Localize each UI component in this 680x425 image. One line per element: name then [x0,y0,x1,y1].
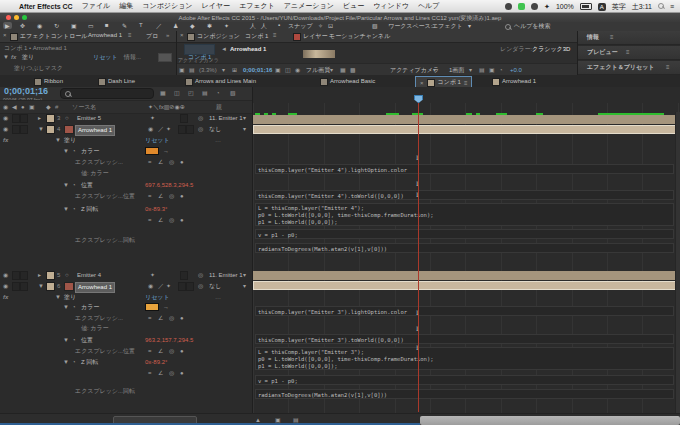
input-mode-label[interactable]: 英字 [612,2,626,12]
expression-code[interactable]: thisComp.layer("Emitter 4").lightOption.… [258,166,407,174]
comp-nav-layer[interactable]: Arrowhead 1 [230,45,266,53]
tab-arrowhead-1[interactable]: Arrowhead 1 [502,78,536,84]
effect-row-fill[interactable]: fx ▼ 塗り リセット … [0,292,252,302]
exposure-value[interactable]: +0.0 [510,66,522,74]
tab-composition-name[interactable]: コンポ 1 [245,32,268,41]
expression-menu-icon[interactable]: ● [180,192,184,200]
fill-mask-label[interactable]: 塗りつぶしマスク [14,64,63,72]
twirl-icon[interactable]: ▼ [63,336,69,344]
expression-menu-icon[interactable]: ● [180,347,184,355]
quality-switch-icon[interactable]: ✦ [150,271,155,279]
layout-chevron-icon[interactable]: ▾ [469,66,472,74]
menu-file[interactable]: ファイル [82,1,111,11]
layer-bar-emitter-4[interactable] [253,271,680,280]
draft-3d-icon[interactable]: ◫ [174,89,180,97]
line-app-icon[interactable] [518,3,525,10]
layer-color-swatch[interactable] [46,125,55,134]
expression-code[interactable]: thisComp.layer("Emitter 3").toWorld([0,0… [258,336,404,344]
selection-tool[interactable]: ▶ [3,22,12,29]
expression-graph-icon[interactable]: ∠ [158,369,163,377]
stopwatch-icon[interactable]: ◔ [72,147,76,155]
fx-switch-icon[interactable]: ✦ [166,125,171,133]
info-panel-header[interactable]: 情報 ≡ [578,31,680,45]
parent-value[interactable]: 11. Emitter 1 [209,114,243,122]
expression-graph-icon[interactable]: ∠ [158,192,163,200]
tab-dash-line[interactable]: Dash Line [108,78,135,84]
layer-name[interactable]: Emitter 4 [77,271,101,279]
color-swatch[interactable] [145,303,159,311]
expression-enable-icon[interactable]: = [148,158,152,166]
comp-viewer-thumbnail[interactable] [303,50,335,58]
menu-composition[interactable]: コンポジション [142,1,192,11]
expression-enable-icon[interactable]: = [148,347,152,355]
help-search-icon[interactable] [505,24,511,30]
always-preview-icon[interactable]: ▣ [179,66,185,74]
property-row-position[interactable]: ▼ ◔ 位置 697.6,528.3,294.5 [0,180,252,190]
collapse-icon[interactable]: ▼ [38,282,44,290]
view-layout-value[interactable]: 1画面 [449,66,464,74]
menu-layer[interactable]: レイヤー [202,1,231,11]
expression-pickwhip-icon[interactable]: ◎ [169,192,174,200]
expression-pickwhip-icon[interactable]: ◎ [169,347,174,355]
pan-behind-tool[interactable]: ▭ [88,22,94,29]
property-label[interactable]: Z 回転 [81,358,98,366]
eraser-tool[interactable]: ◆ [190,22,195,29]
expression-code[interactable]: radiansToDegrees(Math.atan2(v[1],v[0])) [258,391,387,399]
position-value[interactable]: 697.6,528.3,294.5 [145,181,193,189]
snap-option-icon-b[interactable]: ⊡ [328,22,333,29]
expression-menu-icon[interactable]: ● [180,314,184,322]
tab-ribbon[interactable]: Ribbon [44,78,63,84]
main-viewer-icon[interactable]: ▤ [189,66,195,74]
expression-pickwhip-icon[interactable]: ◎ [169,314,174,322]
expression-pickwhip-icon[interactable]: ◎ [169,158,174,166]
clone-stamp-tool[interactable]: ♟ [173,22,178,29]
expression-graph-icon[interactable]: ∠ [158,314,163,322]
parent-chevron-icon[interactable]: ▾ [243,125,246,133]
expression-code[interactable]: thisComp.layer("Emitter 4").toWorld([0,0… [258,192,404,200]
collapse-icon[interactable]: ▼ [38,125,44,133]
layer-color-swatch[interactable] [46,114,55,123]
effect-about-link[interactable]: 情報... [124,53,141,61]
menu-view[interactable]: ビュー [343,1,364,11]
stopwatch-icon[interactable]: ◔ [72,358,76,366]
preview-panel-header[interactable]: プレビュー ≡ [578,46,680,60]
expression-row-rotation-icons[interactable]: = ∠ ◎ ● [0,215,252,225]
tab-arrowhead-basic[interactable]: Arrowhead Basic [330,78,375,84]
quality-switch-icon[interactable]: ◉ [148,282,153,290]
expression-code[interactable]: thisComp.layer("Emitter 3").lightOption.… [258,308,407,316]
pen-tool[interactable]: ✎ [122,22,127,29]
eye-icon[interactable]: ◉ [3,282,8,290]
layer-row-emitter-5[interactable]: ◉ ▸ 3 ○ Emitter 5 ✦ ◎ 11. Emitter 1 ▾ [0,113,252,123]
parent-chevron-icon[interactable]: ▾ [243,271,246,279]
notification-center-icon[interactable]: ≡ [670,3,674,10]
expression-graph-icon[interactable]: ∠ [158,216,163,224]
view-chevron-icon[interactable]: ▾ [433,66,436,74]
frame-blend-icon[interactable]: ▤ [202,89,208,97]
fx-switch-icon[interactable]: ✦ [166,282,171,290]
spotlight-icon[interactable] [658,3,664,10]
stopwatch-icon[interactable]: ◔ [72,181,76,189]
menu-effect[interactable]: エフェクト [239,1,275,11]
eye-icon[interactable]: ◉ [3,125,8,133]
property-row-color[interactable]: ▼ ◔ カラー → [0,146,252,156]
fast-preview-icon[interactable]: ▣ [489,66,495,74]
timeline-vertical-scrollbar[interactable] [675,112,680,413]
tab-composition[interactable]: コンポジション [197,32,240,41]
effect-reset-link[interactable]: リセット [93,53,118,61]
collapse-icon[interactable]: ▸ [38,114,41,122]
twirl-icon[interactable]: ▼ [63,181,69,189]
tab-layer-panel[interactable]: レイヤー モーションチャンネル [303,32,390,41]
expression-enable-icon[interactable]: = [148,369,152,377]
close-panel-icon[interactable]: × [3,31,7,39]
rotation-value[interactable]: 0x-89.2° [145,358,167,366]
position-value[interactable]: 963.2,157.7,294.5 [145,336,193,344]
expression-pickwhip-icon[interactable]: ◎ [169,369,174,377]
quality-switch-icon[interactable]: ◉ [148,125,153,133]
layer-row-arrowhead-1[interactable]: ◉ ▼ 6 Arrowhead 1 ◉ ／ ✦ ◎ なし ▾ [0,281,252,291]
workspace-chevron-icon[interactable]: ▾ [468,22,471,29]
panel-menu-icon[interactable]: ≡ [464,79,468,87]
property-row-color[interactable]: ▼ ◔ カラー → [0,302,252,312]
expression-code[interactable]: p1 = L.toWorld([0,0,0]); [258,218,337,226]
expression-enable-icon[interactable]: = [148,192,152,200]
expression-enable-icon[interactable]: = [148,216,152,224]
